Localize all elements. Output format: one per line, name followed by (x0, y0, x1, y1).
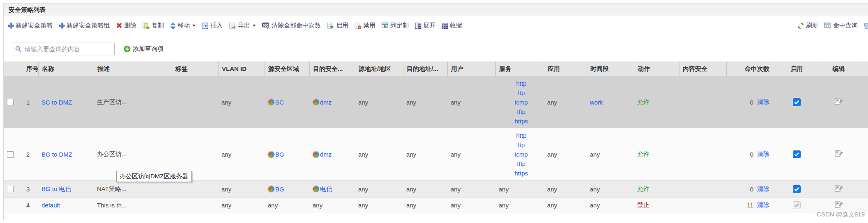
column-header-edit[interactable]: 编辑 (818, 61, 856, 76)
column-header-action[interactable]: 动作 (634, 61, 679, 76)
service-link[interactable]: tftp (517, 159, 526, 168)
chevron-down-icon (253, 25, 256, 27)
action-cell: 禁止 (634, 198, 679, 213)
column-customize-button[interactable]: 列定制 (382, 22, 409, 30)
edit-icon[interactable] (834, 98, 843, 107)
new-policy-button[interactable]: 新建安全策略 (8, 22, 53, 30)
column-header-tag[interactable]: 标签 (172, 61, 218, 76)
new-policy-group-button[interactable]: 新建安全策略组 (59, 22, 110, 30)
row-select-checkbox[interactable] (7, 186, 14, 192)
clear-all-hits-button[interactable]: 000A 清除全部命中次数 (262, 22, 321, 30)
policy-name-link: SC to DMZ (38, 76, 94, 128)
column-header-enable[interactable]: 启用 (772, 61, 818, 76)
service-link[interactable]: tftp (517, 107, 526, 116)
disable-button[interactable]: 禁用 (355, 22, 375, 30)
column-header-service[interactable]: 服务 (495, 61, 544, 76)
policy-name-link[interactable]: BG to 电信 (41, 185, 71, 193)
chevron-down-icon (192, 25, 196, 27)
enable-checkbox[interactable] (793, 185, 801, 193)
column-header-application[interactable]: 应用 (544, 61, 587, 76)
policy-name-cell: default (38, 198, 94, 213)
enable-checkbox[interactable] (793, 98, 801, 106)
policy-name-link[interactable]: BG to DMZ (41, 151, 72, 158)
column-header-time-range[interactable]: 时间段 (587, 61, 634, 76)
column-header-vlan[interactable]: VLAN ID (218, 61, 265, 76)
column-header-dst-addr[interactable]: 目的地址/... (403, 61, 447, 76)
policy-vlan: any (218, 76, 265, 128)
column-header-hit-count[interactable]: 命中次数 (726, 61, 772, 76)
zone-globe-icon (268, 99, 274, 105)
application-cell: any (544, 181, 587, 197)
collapse-button[interactable]: 收缩 (442, 22, 462, 30)
dst-zone-link[interactable]: dmz (320, 99, 332, 106)
search-input[interactable] (12, 43, 115, 55)
clear-hits-icon: 000A (262, 22, 270, 29)
delete-button[interactable]: 删除 (116, 22, 136, 30)
service-link[interactable]: icmp (515, 150, 528, 159)
column-header-name[interactable]: 名称 (38, 61, 94, 76)
zone-globe-icon (313, 186, 319, 192)
column-header-number[interactable]: 序号 (23, 61, 38, 76)
row-select-checkbox[interactable] (7, 99, 14, 105)
clear-hits-link[interactable]: 清除 (757, 185, 769, 193)
src-zone-cell: BG (265, 128, 309, 180)
column-header-content-security[interactable]: 内容安全 (679, 61, 726, 76)
zone-globe-icon (268, 151, 274, 158)
row-checkbox-cell (4, 128, 23, 180)
service-link[interactable]: https (515, 116, 528, 126)
insert-button[interactable]: 插入 (202, 22, 223, 30)
service-link[interactable]: https (515, 168, 528, 178)
toolbar-right-group: 刷新 命中查询 (797, 22, 868, 30)
svg-text:A: A (267, 26, 270, 29)
policy-description: NAT策略... (94, 181, 172, 197)
src-address: any (355, 181, 403, 197)
table-header: 序号 名称 描述 标签 VLAN ID 源安全区域 目的安全... 源地址/地区… (4, 61, 868, 76)
row-select-checkbox[interactable] (7, 151, 14, 158)
column-header-src-addr[interactable]: 源地址/地区 (355, 61, 403, 76)
user-cell: any (447, 128, 495, 180)
column-header-dst-zone[interactable]: 目的安全... (309, 61, 355, 76)
policy-name-link[interactable]: SC to DMZ (41, 99, 72, 106)
service-link[interactable]: ftp (518, 88, 525, 98)
dst-zone-link[interactable]: 电信 (320, 185, 332, 193)
copy-button[interactable]: 复制 (143, 22, 164, 30)
enable-checkbox[interactable] (793, 150, 801, 158)
edit-icon[interactable] (834, 150, 843, 159)
trash-button[interactable] (863, 22, 868, 29)
expand-button[interactable]: 展开 (415, 22, 435, 30)
move-button[interactable]: 移动 (170, 22, 196, 30)
dst-zone-link[interactable]: dmz (320, 151, 332, 158)
clear-hits-link[interactable]: 清除 (757, 201, 769, 209)
edit-icon[interactable] (834, 184, 843, 194)
dst-zone-cell: 电信 (309, 181, 355, 197)
src-zone-link[interactable]: SC (275, 99, 284, 106)
clear-hits-link[interactable]: 清除 (757, 150, 769, 158)
refresh-button[interactable]: 刷新 (797, 22, 818, 30)
column-header-description[interactable]: 描述 (94, 61, 172, 76)
add-query-button[interactable]: 添加查询项 (124, 45, 163, 53)
service-link[interactable]: http (516, 131, 526, 140)
service-cell: http ftp icmp tftp https (495, 76, 544, 128)
row-checkbox-cell (4, 76, 23, 128)
service-link[interactable]: ftp (518, 140, 525, 150)
row-checkbox-cell (4, 198, 23, 213)
dst-address: any (403, 76, 447, 128)
hit-query-button[interactable]: 命中查询 (824, 22, 858, 30)
edit-icon[interactable] (834, 200, 843, 210)
service-link[interactable]: http (516, 79, 526, 88)
column-header-user[interactable]: 用户 (447, 61, 495, 76)
policy-name-cell: BG to DMZ (38, 128, 94, 180)
enable-cell (772, 181, 818, 197)
src-address: any (355, 76, 403, 128)
dst-address: any (403, 181, 447, 197)
policy-name-link[interactable]: default (41, 202, 60, 209)
export-button[interactable]: 导出 (229, 22, 256, 30)
column-header-src-zone[interactable]: 源安全区域 (265, 61, 309, 76)
src-zone-link[interactable]: BG (275, 151, 284, 158)
src-zone-link[interactable]: BG (275, 186, 284, 193)
time-range-link[interactable]: work (590, 99, 603, 106)
enable-button[interactable]: 启用 (327, 22, 348, 30)
row-number: 3 (23, 181, 38, 197)
clear-hits-link[interactable]: 清除 (757, 98, 769, 106)
service-link[interactable]: icmp (515, 98, 528, 107)
